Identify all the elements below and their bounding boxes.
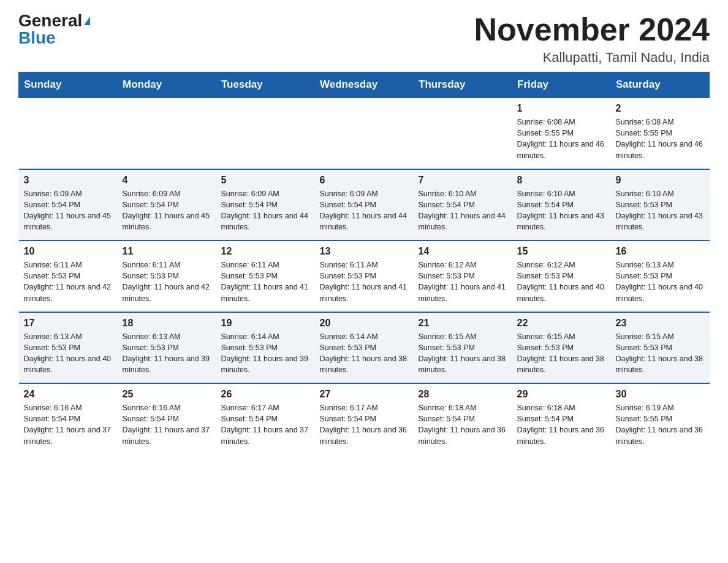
calendar-cell: 5Sunrise: 6:09 AM Sunset: 5:54 PM Daylig…: [216, 169, 315, 241]
day-info: Sunrise: 6:18 AM Sunset: 5:54 PM Dayligh…: [419, 402, 507, 447]
day-number: 6: [320, 175, 409, 186]
calendar-table: SundayMondayTuesdayWednesdayThursdayFrid…: [18, 72, 710, 454]
calendar-cell: 2Sunrise: 6:08 AM Sunset: 5:55 PM Daylig…: [611, 98, 710, 169]
calendar-cell: 1Sunrise: 6:08 AM Sunset: 5:55 PM Daylig…: [512, 98, 611, 169]
day-info: Sunrise: 6:17 AM Sunset: 5:54 PM Dayligh…: [221, 402, 310, 447]
day-info: Sunrise: 6:10 AM Sunset: 5:54 PM Dayligh…: [419, 188, 507, 233]
calendar-cell: [216, 98, 315, 169]
day-info: Sunrise: 6:11 AM Sunset: 5:53 PM Dayligh…: [24, 259, 113, 304]
calendar-cell: 18Sunrise: 6:13 AM Sunset: 5:53 PM Dayli…: [118, 312, 216, 384]
day-number: 28: [419, 389, 507, 400]
day-number: 5: [221, 175, 310, 186]
logo: General Blue: [18, 12, 90, 47]
calendar-header-thursday: Thursday: [414, 72, 512, 98]
day-info: Sunrise: 6:11 AM Sunset: 5:53 PM Dayligh…: [320, 259, 409, 304]
day-number: 30: [616, 389, 705, 400]
day-info: Sunrise: 6:18 AM Sunset: 5:54 PM Dayligh…: [517, 402, 606, 447]
day-info: Sunrise: 6:13 AM Sunset: 5:53 PM Dayligh…: [123, 331, 211, 376]
calendar-cell: 23Sunrise: 6:15 AM Sunset: 5:53 PM Dayli…: [611, 312, 710, 384]
calendar-cell: 9Sunrise: 6:10 AM Sunset: 5:53 PM Daylig…: [611, 169, 710, 241]
month-title: November 2024: [474, 12, 710, 47]
day-info: Sunrise: 6:13 AM Sunset: 5:53 PM Dayligh…: [616, 259, 705, 304]
calendar-week-row: 1Sunrise: 6:08 AM Sunset: 5:55 PM Daylig…: [19, 98, 710, 169]
day-number: 25: [123, 389, 211, 400]
day-number: 9: [616, 175, 705, 186]
day-number: 21: [419, 318, 507, 329]
day-number: 19: [221, 318, 310, 329]
calendar-cell: 30Sunrise: 6:19 AM Sunset: 5:55 PM Dayli…: [611, 383, 710, 454]
calendar-cell: 29Sunrise: 6:18 AM Sunset: 5:54 PM Dayli…: [512, 383, 611, 454]
calendar-header-saturday: Saturday: [611, 72, 710, 98]
day-info: Sunrise: 6:12 AM Sunset: 5:53 PM Dayligh…: [517, 259, 606, 304]
day-number: 14: [419, 246, 507, 257]
calendar-header-row: SundayMondayTuesdayWednesdayThursdayFrid…: [19, 72, 710, 98]
day-info: Sunrise: 6:15 AM Sunset: 5:53 PM Dayligh…: [616, 331, 705, 376]
day-info: Sunrise: 6:11 AM Sunset: 5:53 PM Dayligh…: [123, 259, 211, 304]
calendar-cell: 28Sunrise: 6:18 AM Sunset: 5:54 PM Dayli…: [414, 383, 512, 454]
day-info: Sunrise: 6:14 AM Sunset: 5:53 PM Dayligh…: [320, 331, 409, 376]
day-number: 26: [221, 389, 310, 400]
day-number: 11: [123, 246, 211, 257]
day-info: Sunrise: 6:13 AM Sunset: 5:53 PM Dayligh…: [24, 331, 113, 376]
day-number: 4: [123, 175, 211, 186]
day-number: 7: [419, 175, 507, 186]
calendar-cell: [414, 98, 512, 169]
calendar-cell: [118, 98, 216, 169]
calendar-cell: 20Sunrise: 6:14 AM Sunset: 5:53 PM Dayli…: [315, 312, 414, 384]
day-info: Sunrise: 6:09 AM Sunset: 5:54 PM Dayligh…: [123, 188, 211, 233]
calendar-cell: 24Sunrise: 6:16 AM Sunset: 5:54 PM Dayli…: [19, 383, 118, 454]
calendar-cell: 22Sunrise: 6:15 AM Sunset: 5:53 PM Dayli…: [512, 312, 611, 384]
day-number: 17: [24, 318, 113, 329]
calendar-header-sunday: Sunday: [19, 72, 118, 98]
day-number: 3: [24, 175, 113, 186]
calendar-cell: 21Sunrise: 6:15 AM Sunset: 5:53 PM Dayli…: [414, 312, 512, 384]
day-info: Sunrise: 6:14 AM Sunset: 5:53 PM Dayligh…: [221, 331, 310, 376]
calendar-cell: 13Sunrise: 6:11 AM Sunset: 5:53 PM Dayli…: [315, 240, 414, 312]
calendar-week-row: 24Sunrise: 6:16 AM Sunset: 5:54 PM Dayli…: [19, 383, 710, 454]
calendar-cell: 10Sunrise: 6:11 AM Sunset: 5:53 PM Dayli…: [19, 240, 118, 312]
calendar-cell: 19Sunrise: 6:14 AM Sunset: 5:53 PM Dayli…: [216, 312, 315, 384]
day-number: 16: [616, 246, 705, 257]
day-info: Sunrise: 6:10 AM Sunset: 5:54 PM Dayligh…: [517, 188, 606, 233]
day-number: 18: [123, 318, 211, 329]
day-info: Sunrise: 6:19 AM Sunset: 5:55 PM Dayligh…: [616, 402, 705, 447]
day-info: Sunrise: 6:08 AM Sunset: 5:55 PM Dayligh…: [616, 117, 705, 161]
day-info: Sunrise: 6:15 AM Sunset: 5:53 PM Dayligh…: [517, 331, 606, 376]
calendar-cell: 6Sunrise: 6:09 AM Sunset: 5:54 PM Daylig…: [315, 169, 414, 241]
calendar-cell: 25Sunrise: 6:16 AM Sunset: 5:54 PM Dayli…: [118, 383, 216, 454]
calendar-cell: 16Sunrise: 6:13 AM Sunset: 5:53 PM Dayli…: [611, 240, 710, 312]
calendar-cell: [19, 98, 118, 169]
calendar-cell: 26Sunrise: 6:17 AM Sunset: 5:54 PM Dayli…: [216, 383, 315, 454]
day-number: 1: [517, 103, 606, 114]
day-info: Sunrise: 6:17 AM Sunset: 5:54 PM Dayligh…: [320, 402, 409, 447]
day-info: Sunrise: 6:12 AM Sunset: 5:53 PM Dayligh…: [419, 259, 507, 304]
day-number: 15: [517, 246, 606, 257]
day-info: Sunrise: 6:10 AM Sunset: 5:53 PM Dayligh…: [616, 188, 705, 233]
calendar-cell: 3Sunrise: 6:09 AM Sunset: 5:54 PM Daylig…: [19, 169, 118, 241]
calendar-cell: 14Sunrise: 6:12 AM Sunset: 5:53 PM Dayli…: [414, 240, 512, 312]
day-number: 27: [320, 389, 409, 400]
day-info: Sunrise: 6:09 AM Sunset: 5:54 PM Dayligh…: [24, 188, 113, 233]
calendar-cell: 12Sunrise: 6:11 AM Sunset: 5:53 PM Dayli…: [216, 240, 315, 312]
calendar-cell: [315, 98, 414, 169]
calendar-cell: 15Sunrise: 6:12 AM Sunset: 5:53 PM Dayli…: [512, 240, 611, 312]
day-info: Sunrise: 6:16 AM Sunset: 5:54 PM Dayligh…: [123, 402, 211, 447]
day-number: 8: [517, 175, 606, 186]
calendar-header-tuesday: Tuesday: [216, 72, 315, 98]
logo-triangle-icon: [84, 17, 90, 25]
day-info: Sunrise: 6:16 AM Sunset: 5:54 PM Dayligh…: [24, 402, 113, 447]
day-info: Sunrise: 6:11 AM Sunset: 5:53 PM Dayligh…: [221, 259, 310, 304]
day-number: 12: [221, 246, 310, 257]
calendar-week-row: 3Sunrise: 6:09 AM Sunset: 5:54 PM Daylig…: [19, 169, 710, 241]
calendar-week-row: 17Sunrise: 6:13 AM Sunset: 5:53 PM Dayli…: [19, 312, 710, 384]
calendar-header-friday: Friday: [512, 72, 611, 98]
calendar-cell: 27Sunrise: 6:17 AM Sunset: 5:54 PM Dayli…: [315, 383, 414, 454]
day-info: Sunrise: 6:09 AM Sunset: 5:54 PM Dayligh…: [320, 188, 409, 233]
day-number: 29: [517, 389, 606, 400]
day-number: 20: [320, 318, 409, 329]
logo-blue-text: Blue: [18, 29, 56, 47]
day-info: Sunrise: 6:09 AM Sunset: 5:54 PM Dayligh…: [221, 188, 310, 233]
calendar-cell: 11Sunrise: 6:11 AM Sunset: 5:53 PM Dayli…: [118, 240, 216, 312]
calendar-cell: 4Sunrise: 6:09 AM Sunset: 5:54 PM Daylig…: [118, 169, 216, 241]
day-number: 23: [616, 318, 705, 329]
